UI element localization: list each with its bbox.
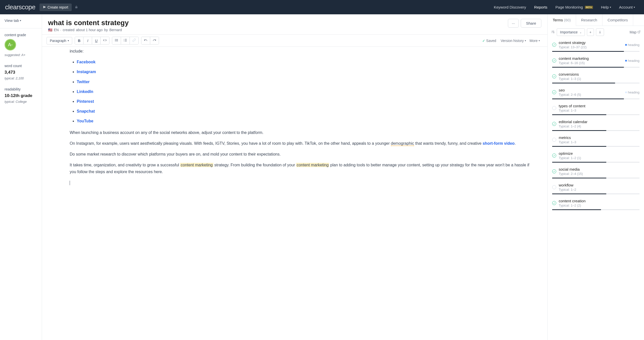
nav-page-monitoring-label: Page Monitoring — [555, 5, 583, 9]
status-check-icon: ✓ — [552, 59, 556, 63]
term-typical: Typical: 1–2 (1) — [559, 156, 639, 160]
link-linkedin[interactable]: LinkedIn — [77, 89, 93, 94]
term-item[interactable]: ✓seoTypical: 2–6 (5)heading — [551, 85, 640, 101]
nav-account[interactable]: Account ▾ — [615, 5, 639, 9]
term-typical: Typical: 2–6 (5) — [559, 93, 623, 96]
nav-help-label: Help — [601, 5, 609, 9]
create-report-button[interactable]: Create report — [39, 4, 72, 11]
readability-label: readability — [5, 87, 37, 91]
center-pane: what is content strategy 🇺🇸 EN · created… — [42, 14, 548, 340]
created-prefix: created — [63, 28, 74, 32]
add-term-button[interactable]: + — [587, 28, 594, 36]
nav-reports[interactable]: Reports — [530, 5, 551, 9]
undo-button[interactable] — [141, 37, 150, 44]
term-name: optimize — [559, 151, 639, 156]
term-item[interactable]: types of contentTypical: 1–3 — [551, 101, 640, 117]
right-tabs: Terms (60) Research Competitors — [548, 14, 644, 26]
term-item[interactable]: ✓social mediaTypical: 2–4 (15) — [551, 165, 640, 180]
share-button[interactable]: Share — [521, 19, 541, 28]
download-button[interactable] — [596, 28, 604, 36]
saved-indicator: ✓ Saved — [482, 39, 496, 43]
more-dropdown[interactable]: More ▾ — [530, 39, 540, 43]
doc-header: what is content strategy 🇺🇸 EN · created… — [42, 14, 547, 34]
created-by-prefix: by — [104, 28, 108, 32]
italic-button[interactable]: I — [84, 37, 92, 44]
term-item[interactable]: ✓content creationTypical: 1–2 (2) — [551, 196, 640, 212]
right-panel: Terms (60) Research Competitors Importan… — [548, 14, 644, 340]
svg-text:3: 3 — [124, 40, 125, 42]
underline-button[interactable]: U — [92, 37, 101, 44]
term-typical: Typical: 1–2 — [559, 188, 639, 191]
link-snapchat[interactable]: Snapchat — [77, 109, 95, 113]
map-link[interactable]: Map — [630, 30, 640, 34]
term-item[interactable]: ✓conversionsTypical: 1–3 (1) — [551, 70, 640, 85]
doc-author[interactable]: Bernard — [109, 28, 122, 32]
term-progress-bar — [552, 67, 639, 68]
external-link-icon — [637, 30, 640, 34]
word-count-value: 3,473 — [5, 70, 37, 75]
status-check-icon: ✓ — [552, 90, 556, 94]
code-button[interactable] — [101, 37, 109, 44]
chevron-down-icon: ⌄ — [580, 31, 582, 34]
page-title: what is content strategy — [48, 19, 505, 27]
more-options-button[interactable]: ··· — [508, 19, 519, 28]
more-label: More — [530, 39, 538, 43]
tab-research[interactable]: Research — [576, 14, 602, 26]
svg-rect-1 — [116, 39, 118, 39]
link-facebook[interactable]: Facebook — [77, 60, 96, 64]
readability-value: 10-12th grade — [5, 93, 37, 98]
term-item[interactable]: ✓optimizeTypical: 1–2 (1) — [551, 149, 640, 165]
version-history-dropdown[interactable]: Version history ▾ — [501, 39, 526, 43]
term-typical: Typical: 1–3 (1) — [559, 77, 639, 81]
term-item[interactable]: workflowTypical: 1–2 — [551, 180, 640, 196]
numbered-list-button[interactable]: 123 — [121, 37, 130, 44]
flag-icon: 🇺🇸 — [48, 28, 52, 32]
paragraph-3: Do some market research to discover whic… — [70, 151, 532, 158]
nav-help[interactable]: Help ▾ — [597, 5, 615, 9]
paragraph-select[interactable]: Paragraph ▾ — [47, 37, 72, 44]
nav-page-monitoring[interactable]: Page Monitoring BETA — [551, 5, 597, 9]
term-name: metrics — [559, 135, 639, 140]
status-empty-icon — [552, 106, 556, 110]
editor-body[interactable]: include: Facebook Instagram Twitter Link… — [42, 47, 547, 340]
status-empty-icon — [552, 185, 556, 189]
importance-label: Importance — [560, 30, 578, 34]
saved-label: Saved — [486, 39, 496, 43]
view-tab-dropdown[interactable]: View tab ▾ — [5, 18, 37, 23]
sort-icon[interactable] — [551, 30, 555, 34]
redo-button[interactable] — [150, 37, 159, 44]
svg-point-2 — [115, 40, 116, 40]
highlight-content-marketing-1: content marketing — [180, 163, 213, 167]
term-item[interactable]: ✓content strategyTypical: 13–37 (22)head… — [551, 38, 640, 54]
status-check-icon: ✓ — [552, 169, 556, 173]
top-nav: clearscope Create report Keyword Discove… — [0, 0, 644, 14]
term-item[interactable]: ✓editorial calendarTypical: 1–2 (4) — [551, 117, 640, 133]
version-history-label: Version history — [501, 39, 524, 43]
svg-point-4 — [115, 41, 116, 41]
bold-button[interactable]: B — [75, 37, 84, 44]
view-tab-label: View tab — [5, 18, 19, 23]
bullet-list-button[interactable] — [112, 37, 121, 44]
created-time[interactable]: about 1 hour ago — [76, 28, 103, 32]
term-item[interactable]: ✓content marketingTypical: 6–16 (15)head… — [551, 54, 640, 70]
term-name: types of content — [559, 104, 639, 108]
link-button[interactable] — [130, 37, 138, 44]
link-twitter[interactable]: Twitter — [77, 80, 90, 84]
grade-circle: A- — [5, 39, 16, 51]
link-pinterest[interactable]: Pinterest — [77, 99, 94, 104]
link-short-form-video[interactable]: short-form video — [482, 141, 514, 145]
link-instagram[interactable]: Instagram — [77, 70, 96, 74]
nav-keyword-discovery[interactable]: Keyword Discovery — [490, 5, 530, 9]
tab-terms[interactable]: Terms (60) — [548, 14, 576, 26]
content-grade-label: content grade — [5, 33, 37, 37]
link-youtube[interactable]: YouTube — [77, 119, 93, 123]
doc-meta: 🇺🇸 EN · created about 1 hour ago by Bern… — [48, 28, 505, 32]
tab-competitors[interactable]: Competitors — [602, 14, 633, 26]
importance-select[interactable]: Importance ⌄ — [557, 28, 585, 36]
status-check-icon: ✓ — [552, 74, 556, 78]
term-name: social media — [559, 167, 639, 171]
term-progress-bar — [552, 114, 639, 115]
panel-controls: Importance ⌄ + Map — [548, 26, 644, 38]
term-item[interactable]: metricsTypical: 1–3 — [551, 133, 640, 149]
terms-list[interactable]: ✓content strategyTypical: 13–37 (22)head… — [548, 38, 644, 340]
